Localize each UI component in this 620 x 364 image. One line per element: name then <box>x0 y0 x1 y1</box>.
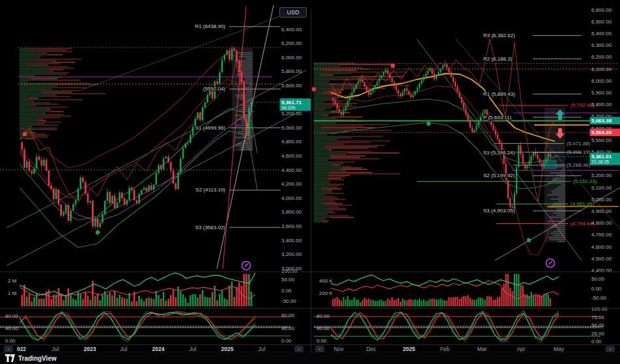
tradingview-logo-icon <box>5 354 15 362</box>
axis-label: 6,100.00 <box>591 66 612 72</box>
volume-scale-label: 400 K <box>319 278 333 284</box>
axis-scroll-icon: » <box>609 347 612 352</box>
axis-label: -50.00 <box>591 295 606 301</box>
chart-area[interactable]: R1 (6438.90)(5550.04)S1 (4999.96)S2 (411… <box>0 0 620 364</box>
volume-scale-label: 2 M <box>8 278 17 284</box>
axis-label: 6,400.00 <box>281 27 302 33</box>
axis-label: 6,600.00 <box>591 7 612 13</box>
time-label: Feb <box>440 346 450 352</box>
time-label: Jul <box>259 346 266 352</box>
axis-label: 50.00 <box>591 322 605 328</box>
axis-label: 50.00 <box>281 277 295 283</box>
axis-label: 75.00 <box>591 315 605 320</box>
axis-label: 5,900.00 <box>591 90 612 96</box>
time-label: 2025 <box>221 346 234 352</box>
axis-label: 4,800.00 <box>281 139 302 145</box>
axis-label: -50.00 <box>281 298 296 304</box>
tag-price: 5,564.93 <box>591 130 612 135</box>
axis-label: 50.00 <box>591 276 605 282</box>
axis-label: 4,400.00 <box>591 268 612 273</box>
time-label: May <box>554 346 565 352</box>
signal-dot <box>96 231 100 234</box>
time-label: Jul <box>120 346 128 352</box>
axis-label: 6,400.00 <box>591 31 612 36</box>
axis-label: 3,800.00 <box>281 209 302 215</box>
axis-label: 0.00 <box>281 288 292 294</box>
time-label: 2023 <box>84 346 96 352</box>
axis-label: 5,100.00 <box>591 185 612 191</box>
axis-label: 4,600.00 <box>281 153 302 159</box>
axis-label: 5,600.00 <box>281 83 302 89</box>
pivot-label: S2 (5,199.92) <box>483 173 515 178</box>
pivot-label: S1 (4999.96) <box>195 125 226 131</box>
pivot-label: R1 (5,889.43) <box>483 91 515 97</box>
axis-label: 4,400.00 <box>281 167 302 173</box>
volume-scale-label: 1 M <box>8 290 17 296</box>
tag-price: 5,663.38 <box>591 118 612 124</box>
axis-label: 4,200.00 <box>281 181 302 187</box>
axis-label: 3,400.00 <box>281 238 302 244</box>
axis-scroll-icon: « <box>7 347 10 352</box>
signal-dot <box>23 132 27 136</box>
signal-dot <box>312 87 316 91</box>
pivot-label: S2 (4113.10) <box>195 187 225 193</box>
axis-label: 5,000.00 <box>281 125 302 131</box>
signal-dot <box>527 238 531 242</box>
time-label: Jul <box>52 346 59 352</box>
tag-price: 5,361.71 <box>281 100 302 105</box>
axis-label: 25.00 <box>591 331 605 337</box>
time-label: 2025 <box>403 346 416 352</box>
axis-label: 6,300.00 <box>591 42 612 48</box>
signal-dot <box>427 122 430 126</box>
time-label: Mar <box>477 346 487 352</box>
axis-label: 4,000.00 <box>281 195 302 201</box>
axis-label: 4,600.00 <box>591 244 612 250</box>
pivot-label: S3 (3583.02) <box>195 225 226 231</box>
axis-label: 0.00 <box>591 286 602 292</box>
level-label: (5,151.23) <box>573 178 597 184</box>
axis-label: 5,200.00 <box>281 111 302 117</box>
brand-text: TradingView <box>18 355 57 362</box>
pivot-label: P (5,693.11) <box>483 115 512 120</box>
tag-countdown: 3d 22h <box>281 105 296 110</box>
stoch-scale-label: 40.00 <box>5 326 19 331</box>
axis-label: 3,200.00 <box>281 251 302 257</box>
currency-button[interactable]: USD <box>279 7 307 18</box>
position-box[interactable] <box>543 160 556 169</box>
axis-label: 5,800.00 <box>281 68 302 74</box>
stoch-scale-label: 40.00 <box>317 326 330 331</box>
axis-scroll-icon: » <box>298 347 300 352</box>
volume-scale-label: 200 K <box>319 290 333 296</box>
level-label: (5,471.88) <box>567 141 591 147</box>
axis-label: 4,900.00 <box>591 208 612 214</box>
tag-price: 5,361.01 <box>591 154 612 160</box>
tradingview-snapshot: Tickmill published on TradingView.com, A… <box>0 0 620 364</box>
axis-label: 0.00 <box>281 338 292 344</box>
axis-scroll-icon: « <box>318 347 321 352</box>
footer-bar: TradingView <box>0 352 620 364</box>
axis-label: 5,800.00 <box>591 102 612 107</box>
pivot-label: R3 (6,382.62) <box>483 33 515 38</box>
time-label: Nov <box>333 346 344 352</box>
axis-label: 6,000.00 <box>591 78 612 84</box>
stoch-scale-label: 0.00 <box>5 338 16 344</box>
chart-background <box>0 0 620 364</box>
stoch-scale-label: 0.00 <box>317 338 327 344</box>
stoch-scale-label: 80.00 <box>317 313 330 319</box>
axis-label: 4,800.00 <box>591 220 612 226</box>
signal-dot <box>391 64 395 68</box>
pivot-label: S1 (5,396.24) <box>483 150 515 156</box>
pivot-label: (5550.04) <box>203 86 226 92</box>
axis-label: 6,000.00 <box>281 55 302 61</box>
time-label: Jul <box>190 346 197 352</box>
time-label: 2024 <box>152 346 165 352</box>
axis-label: 100.00 <box>591 306 608 312</box>
stoch-scale-label: 80.00 <box>5 313 19 319</box>
time-label: Apr <box>516 346 525 352</box>
axis-label: 4,700.00 <box>591 232 612 238</box>
pivot-label: R2 (6,186.3) <box>483 56 513 62</box>
axis-label: 5,500.00 <box>591 137 612 143</box>
axis-label: 40.00 <box>281 326 295 331</box>
axis-label: 6,200.00 <box>591 54 612 60</box>
level-label: (5,288.46) <box>567 162 591 168</box>
